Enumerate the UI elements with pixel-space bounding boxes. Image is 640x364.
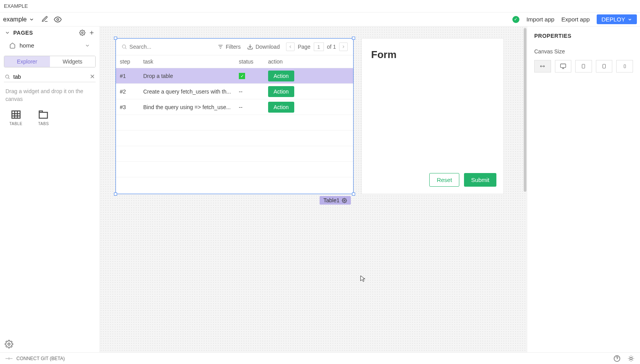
table-row <box>116 162 353 177</box>
resize-handle-icon[interactable] <box>352 37 355 40</box>
submit-button[interactable]: Submit <box>464 173 496 187</box>
table-icon <box>11 109 21 120</box>
canvas-size-label: Canvas Size <box>534 48 633 55</box>
table-header: step task status action <box>116 55 353 68</box>
col-task[interactable]: task <box>139 55 235 68</box>
deploy-button[interactable]: DEPLOY <box>597 14 637 24</box>
svg-point-12 <box>8 343 10 345</box>
gear-icon <box>342 198 347 203</box>
status-ok-icon: ✓ <box>512 16 519 23</box>
filters-button[interactable]: Filters <box>217 44 241 50</box>
size-tablet-landscape-button[interactable] <box>596 60 613 72</box>
cursor-icon <box>359 274 366 283</box>
col-step[interactable]: step <box>116 55 139 68</box>
mobile-icon <box>623 63 627 69</box>
table-search-input[interactable] <box>130 44 211 50</box>
size-desktop-button[interactable] <box>555 60 572 72</box>
chevron-down-icon <box>85 43 90 48</box>
chevron-down-icon <box>628 17 632 22</box>
properties-panel: PROPERTIES Canvas Size <box>527 27 640 352</box>
edit-icon[interactable] <box>41 16 48 23</box>
tabs-icon <box>38 109 49 120</box>
reset-button[interactable]: Reset <box>429 173 459 187</box>
cell-task: Bind the query using => fetch_use... <box>139 104 235 110</box>
properties-title: PROPERTIES <box>534 33 633 39</box>
size-auto-button[interactable] <box>534 60 551 72</box>
svg-point-13 <box>122 45 125 48</box>
cell-step: #2 <box>116 88 139 95</box>
settings-gear-icon[interactable] <box>5 340 13 348</box>
pages-section-label: PAGES <box>13 30 76 36</box>
cell-task: Create a query fetch_users with th... <box>139 88 235 95</box>
widget-name-tag[interactable]: Table1 <box>320 196 351 205</box>
app-bar: example ✓ Import app Export app DEPLOY <box>0 12 640 27</box>
resize-handle-icon[interactable] <box>114 193 117 196</box>
svg-rect-21 <box>560 64 565 67</box>
auto-width-icon <box>539 64 546 69</box>
connect-git-label: CONNECT GIT (BETA) <box>16 356 65 361</box>
svg-point-4 <box>5 75 9 78</box>
form-widget[interactable]: Form Reset Submit <box>361 38 504 194</box>
canvas[interactable]: Filters Download Page of 1 <box>100 27 527 352</box>
form-title: Form <box>362 39 503 71</box>
table-widget[interactable]: Filters Download Page of 1 <box>116 38 354 194</box>
widget-tabs[interactable]: TABS <box>38 109 49 126</box>
svg-rect-26 <box>624 65 626 68</box>
search-icon <box>121 44 127 50</box>
action-button[interactable]: Action <box>268 86 294 97</box>
download-button[interactable]: Download <box>247 44 280 50</box>
deploy-label: DEPLOY <box>601 16 625 23</box>
page-prev-button[interactable] <box>286 42 295 51</box>
widget-search: ✕ <box>4 71 96 82</box>
resize-handle-icon[interactable] <box>114 37 117 40</box>
size-tablet-portrait-button[interactable] <box>575 60 592 72</box>
svg-point-19 <box>344 200 345 201</box>
app-name-dropdown[interactable]: example <box>3 16 34 23</box>
help-icon[interactable] <box>613 355 620 362</box>
cell-status: -- <box>235 104 264 110</box>
filters-label: Filters <box>226 44 241 50</box>
tab-widgets[interactable]: Widgets <box>50 56 96 67</box>
widget-list: TABLE TABS <box>0 105 100 130</box>
pages-collapse-chevron-icon[interactable] <box>5 30 10 35</box>
cell-step: #3 <box>116 104 139 110</box>
eye-icon[interactable] <box>54 16 62 23</box>
widget-search-input[interactable] <box>13 74 87 80</box>
import-app-link[interactable]: Import app <box>526 16 555 23</box>
pages-settings-gear-icon[interactable] <box>79 30 85 36</box>
action-button[interactable]: Action <box>268 102 294 113</box>
debug-icon[interactable] <box>628 355 635 362</box>
widget-label: TABLE <box>9 122 22 126</box>
svg-rect-25 <box>603 64 606 68</box>
cell-task: Drop a table <box>139 73 235 79</box>
action-button[interactable]: Action <box>268 71 294 81</box>
page-name: home <box>20 42 81 49</box>
connect-git-button[interactable]: CONNECT GIT (BETA) <box>5 356 65 361</box>
svg-line-5 <box>9 78 10 79</box>
table-row[interactable]: #3 Bind the query using => fetch_use... … <box>116 99 353 115</box>
tablet-landscape-icon <box>602 63 606 69</box>
canvas-scrollbar[interactable] <box>523 27 527 352</box>
table-row[interactable]: #1 Drop a table ✓ Action <box>116 68 353 84</box>
resize-handle-icon[interactable] <box>352 193 355 196</box>
export-app-link[interactable]: Export app <box>562 16 590 23</box>
add-page-plus-icon[interactable] <box>89 30 95 36</box>
tablet-portrait-icon <box>581 63 586 69</box>
page-next-button[interactable] <box>339 42 348 51</box>
widget-table[interactable]: TABLE <box>9 109 22 126</box>
table-search[interactable] <box>121 44 211 50</box>
size-mobile-button[interactable] <box>616 60 633 72</box>
check-icon: ✓ <box>239 73 245 79</box>
tab-explorer[interactable]: Explorer <box>4 56 50 67</box>
svg-point-0 <box>57 18 59 20</box>
col-status[interactable]: status <box>235 55 264 68</box>
page-label: Page <box>298 44 311 50</box>
table-row[interactable]: #2 Create a query fetch_users with th...… <box>116 84 353 99</box>
page-of: of 1 <box>327 44 336 50</box>
page-item-home[interactable]: home <box>0 39 100 52</box>
svg-line-14 <box>125 48 126 49</box>
page-number-input[interactable] <box>314 42 324 51</box>
col-action[interactable]: action <box>264 55 353 68</box>
clear-search-icon[interactable]: ✕ <box>90 73 95 80</box>
window-titlebar: EXAMPLE <box>0 0 640 12</box>
